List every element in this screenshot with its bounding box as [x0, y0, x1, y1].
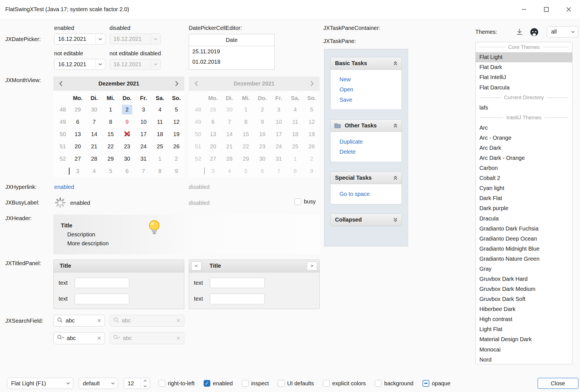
day-cell[interactable]: 6: [70, 116, 86, 128]
collapse-icon[interactable]: [393, 61, 398, 66]
taskpane-link-delete[interactable]: Delete: [331, 147, 402, 157]
day-cell[interactable]: 7: [135, 165, 152, 177]
day-cell[interactable]: 24: [135, 140, 152, 153]
day-cell[interactable]: 8: [102, 116, 119, 128]
theme-list-item-lafs[interactable]: lafs: [476, 103, 572, 113]
checkbox-box[interactable]: [278, 380, 284, 387]
hyperlink-enabled[interactable]: enabled: [54, 184, 74, 190]
day-cell[interactable]: 29: [102, 153, 119, 165]
theme-list-item-dark-flat[interactable]: Dark Flat: [476, 193, 572, 203]
theme-list-item-gruvbox-dark-soft[interactable]: Gruvbox Dark Soft: [476, 294, 572, 304]
day-cell[interactable]: 1: [152, 153, 168, 165]
prev-month-icon[interactable]: [53, 77, 68, 91]
theme-list-item-gradianto-nature-green[interactable]: Gradianto Nature Green: [476, 254, 572, 264]
day-cell[interactable]: 4: [86, 165, 102, 177]
search-value[interactable]: abc: [67, 335, 95, 341]
taskpane-link-new[interactable]: New: [331, 75, 402, 85]
prev-button[interactable]: <: [191, 262, 201, 270]
text-input[interactable]: [75, 294, 129, 304]
day-cell[interactable]: 20: [70, 140, 86, 153]
close-button[interactable]: Close: [537, 378, 579, 389]
theme-list-item-dracula[interactable]: Dracula: [476, 213, 572, 224]
day-cell[interactable]: 26: [168, 140, 185, 153]
expand-icon[interactable]: [393, 217, 398, 222]
taskpane-header-collapsed[interactable]: Collapsed: [330, 213, 402, 226]
theme-list-item-gradianto-dark-fuchsia[interactable]: Gradianto Dark Fuchsia: [476, 224, 572, 234]
style-combo[interactable]: default: [79, 378, 118, 389]
collapse-icon[interactable]: [393, 123, 398, 128]
spinner-value[interactable]: 12: [124, 380, 140, 387]
day-cell[interactable]: 19: [168, 128, 185, 140]
close-window-button[interactable]: [558, 0, 580, 19]
taskpane-link-save[interactable]: Save: [331, 95, 402, 105]
theme-list-item-flat-dark[interactable]: Flat Dark: [476, 62, 572, 72]
day-cell[interactable]: 2: [119, 103, 135, 116]
day-cell[interactable]: 16: [119, 128, 135, 140]
day-cell[interactable]: 14: [86, 128, 102, 140]
minimize-button[interactable]: [513, 0, 535, 19]
day-cell[interactable]: 12: [168, 116, 185, 128]
monthview-enabled[interactable]: Dezember 2021 Mo.Di.Mi.Do.Fr.Sa.So.48293…: [53, 77, 184, 177]
theme-list-item-cobalt-2[interactable]: Cobalt 2: [476, 173, 572, 183]
checkbox-box[interactable]: [294, 198, 301, 205]
day-cell[interactable]: 2: [168, 153, 185, 165]
day-cell[interactable]: 4: [152, 103, 168, 116]
day-cell[interactable]: 5: [102, 165, 119, 177]
checkbox-enabled[interactable]: enabled: [204, 380, 233, 387]
day-cell[interactable]: 3: [135, 103, 152, 116]
theme-list-item-monocai[interactable]: Monocai: [476, 345, 572, 355]
theme-filter-combo[interactable]: all: [547, 26, 578, 37]
day-cell[interactable]: 31: [135, 153, 152, 165]
checkbox-background[interactable]: background: [375, 380, 413, 387]
search-value[interactable]: abc: [66, 317, 95, 324]
theme-list-item-flat-darcula[interactable]: Flat Darcula: [476, 82, 572, 92]
day-cell[interactable]: 9: [168, 165, 185, 177]
theme-list-item-cyan-light[interactable]: Cyan light: [476, 183, 572, 193]
theme-list-item-gradianto-midnight-blue[interactable]: Gradianto Midnight Blue: [476, 244, 572, 254]
searchfield-enabled[interactable]: abc ✕: [53, 315, 105, 327]
taskpane-header-special-tasks[interactable]: Special Tasks: [330, 172, 402, 184]
day-cell[interactable]: 15: [102, 128, 119, 140]
taskpane-link-duplicate[interactable]: Duplicate: [331, 137, 402, 147]
checkbox-ui-defaults[interactable]: UI defaults: [278, 380, 314, 387]
search-menu-icon[interactable]: [57, 334, 64, 342]
theme-list-item-arc-dark[interactable]: Arc Dark: [476, 143, 572, 153]
next-button[interactable]: >: [307, 262, 317, 270]
taskpane-link-open[interactable]: Open: [331, 85, 402, 95]
day-cell[interactable]: 11: [152, 116, 168, 128]
theme-list-item-arc-dark-orange[interactable]: Arc Dark - Orange: [476, 153, 572, 163]
theme-list-item-arc[interactable]: Arc: [476, 123, 572, 133]
github-icon[interactable]: [529, 27, 539, 37]
download-icon[interactable]: [515, 27, 524, 36]
taskpane-header-other-tasks[interactable]: Other Tasks: [330, 119, 402, 132]
day-cell[interactable]: 28: [86, 153, 102, 165]
checkbox-box[interactable]: [375, 380, 381, 387]
text-input[interactable]: [210, 294, 265, 304]
day-cell[interactable]: 6: [119, 165, 135, 177]
checkbox-box[interactable]: [242, 380, 249, 387]
busy-checkbox[interactable]: busy: [294, 198, 316, 205]
checkbox-box[interactable]: [159, 380, 165, 387]
theme-list-item-gruvbox-dark-medium[interactable]: Gruvbox Dark Medium: [476, 284, 572, 294]
table-row[interactable]: 25.11.2019: [189, 46, 274, 56]
theme-list-item-dark-purple[interactable]: Dark purple: [476, 203, 572, 213]
chevron-down-icon[interactable]: [95, 59, 105, 70]
laf-combo[interactable]: Flat Light (F1): [7, 378, 73, 389]
day-cell[interactable]: 22: [102, 140, 119, 153]
day-cell[interactable]: 30: [119, 153, 135, 165]
checkbox-box[interactable]: [323, 380, 330, 387]
theme-list-item-nord[interactable]: Nord: [476, 355, 572, 364]
theme-list-item-arc-orange[interactable]: Arc - Orange: [476, 133, 572, 143]
day-cell[interactable]: 1: [102, 103, 119, 116]
chevron-down-icon[interactable]: [95, 34, 105, 44]
clear-icon[interactable]: ✕: [97, 318, 102, 324]
day-cell[interactable]: 13: [70, 128, 86, 140]
datepicker-not-editable[interactable]: 16.12.2021: [54, 59, 105, 70]
datepicker-celleditor-table[interactable]: Date 25.11.201901.02.2018: [189, 34, 275, 70]
day-cell[interactable]: 5: [168, 103, 185, 116]
theme-list-item-material-design-dark[interactable]: Material Design Dark: [476, 334, 572, 345]
day-cell[interactable]: 21: [86, 140, 102, 153]
day-cell[interactable]: 27: [70, 153, 86, 165]
datepicker-enabled[interactable]: 16.12.2021: [54, 34, 105, 44]
day-cell[interactable]: 29: [70, 103, 86, 116]
